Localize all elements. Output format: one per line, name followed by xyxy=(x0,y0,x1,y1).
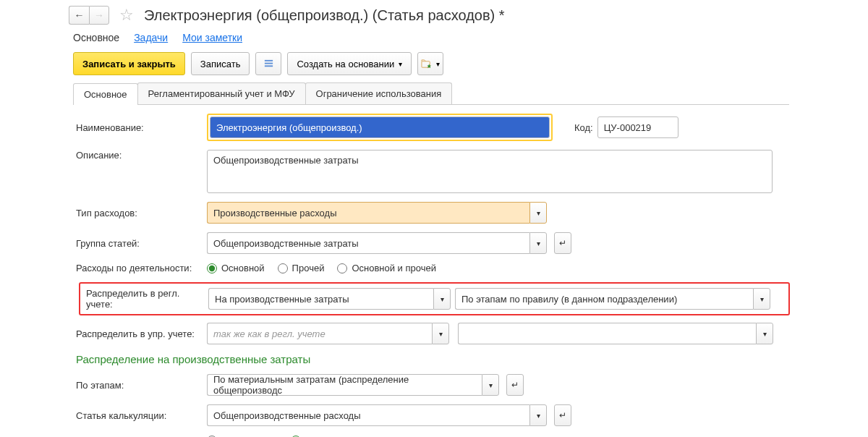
by-stages-select[interactable]: По материальным затратам (распределение … xyxy=(207,374,482,396)
tab-main[interactable]: Основное xyxy=(73,83,138,105)
calc-article-select[interactable]: Общепроизводственные расходы xyxy=(207,404,529,426)
dist-reg-label: Распределить в регл. учете: xyxy=(86,288,204,310)
by-stages-label: По этапам: xyxy=(76,380,203,391)
group-open-button[interactable]: ↵ xyxy=(554,232,571,254)
type-dropdown-button[interactable]: ▾ xyxy=(529,202,547,224)
calc-article-open-button[interactable]: ↵ xyxy=(554,404,571,426)
code-input[interactable]: ЦУ-000219 xyxy=(597,116,678,138)
activity-radio-group: Основной Прочей Основной и прочей xyxy=(207,263,436,273)
dist-upr-dropdown2[interactable]: ▾ xyxy=(756,323,773,344)
dist-upr-dropdown[interactable]: ▾ xyxy=(432,323,449,344)
save-button[interactable]: Записать xyxy=(191,52,250,75)
dist-reg-highlight: Распределить в регл. учете: На производс… xyxy=(79,282,790,315)
group-dropdown-button[interactable]: ▾ xyxy=(529,232,547,254)
create-based-on-button[interactable]: Создать на основании ▾ xyxy=(287,52,412,75)
name-input[interactable]: Электроэнергия (общепроизвод.) xyxy=(210,116,550,138)
activity-label: Расходы по деятельности: xyxy=(76,263,203,273)
activity-radio-main[interactable]: Основной xyxy=(207,263,265,273)
save-and-close-button[interactable]: Записать и закрыть xyxy=(73,52,185,75)
group-label: Группа статей: xyxy=(76,238,203,249)
desc-textarea[interactable]: Общепроизводственные затраты xyxy=(207,150,773,193)
list-icon xyxy=(263,59,274,69)
svg-rect-2 xyxy=(265,65,273,67)
report-icon-button[interactable] xyxy=(255,52,281,75)
group-select[interactable]: Общепроизводственные затраты xyxy=(207,232,529,254)
back-button[interactable]: ← xyxy=(69,6,89,25)
calc-article-dropdown[interactable]: ▾ xyxy=(529,404,547,426)
attachments-button[interactable]: ▾ xyxy=(417,52,443,75)
section-distribution-title: Распределение на производственные затрат… xyxy=(76,353,868,365)
page-title: Электроэнергия (общепроизвод.) (Статья р… xyxy=(144,7,505,24)
type-select[interactable]: Производственные расходы xyxy=(207,202,529,224)
top-link-main[interactable]: Основное xyxy=(73,32,119,43)
forward-button[interactable]: → xyxy=(89,6,109,25)
favorite-star-icon[interactable]: ☆ xyxy=(115,6,138,25)
desc-label: Описание: xyxy=(76,150,203,161)
svg-rect-0 xyxy=(265,59,273,61)
dist-reg-select2[interactable]: По этапам по правилу (в данном подраздел… xyxy=(455,288,753,310)
tab-restriction[interactable]: Ограничение использования xyxy=(305,82,453,104)
dist-reg-dropdown1[interactable]: ▾ xyxy=(433,288,451,310)
top-link-notes[interactable]: Мои заметки xyxy=(182,32,242,43)
activity-radio-both[interactable]: Основной и прочей xyxy=(337,263,436,273)
dist-upr-select2[interactable] xyxy=(458,323,756,344)
svg-rect-1 xyxy=(265,62,273,64)
tab-regulated[interactable]: Регламентированный учет и МФУ xyxy=(137,82,306,104)
by-stages-dropdown[interactable]: ▾ xyxy=(482,374,499,396)
dist-upr-select[interactable]: так же как в регл. учете xyxy=(207,323,432,344)
folder-star-icon xyxy=(421,59,432,69)
name-field-highlight: Электроэнергия (общепроизвод.) xyxy=(207,114,553,141)
type-label: Тип расходов: xyxy=(76,208,203,218)
dist-reg-dropdown2[interactable]: ▾ xyxy=(753,288,770,310)
calc-article-label: Статья калькуляции: xyxy=(76,410,203,421)
by-stages-open-button[interactable]: ↵ xyxy=(506,374,524,396)
dist-upr-label: Распределить в упр. учете: xyxy=(76,328,203,339)
top-link-tasks[interactable]: Задачи xyxy=(134,32,168,43)
name-label: Наименование: xyxy=(76,122,203,133)
code-label: Код: xyxy=(574,122,593,133)
dist-reg-select1[interactable]: На производственные затраты xyxy=(208,288,433,310)
activity-radio-other[interactable]: Прочей xyxy=(278,263,325,273)
